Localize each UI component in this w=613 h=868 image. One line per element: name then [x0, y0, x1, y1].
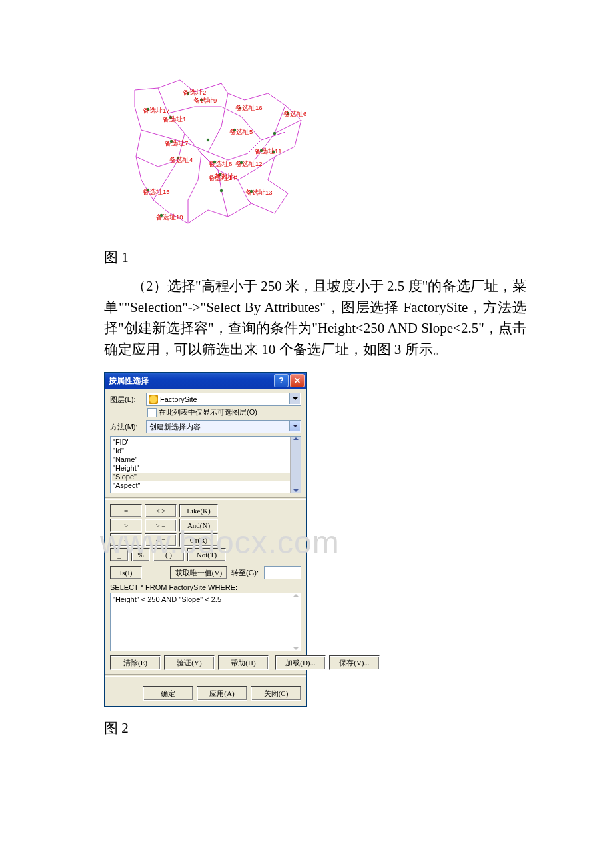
goto-label: 转至(G): [231, 568, 259, 578]
method-label: 方法(M): [110, 422, 146, 432]
apply-button[interactable]: 应用(A) [197, 686, 247, 701]
chevron-down-icon[interactable] [289, 393, 300, 404]
ok-button[interactable]: 确定 [143, 686, 193, 701]
verify-button[interactable]: 验证(Y) [164, 655, 215, 670]
op-or-button[interactable]: Or(R) [179, 533, 218, 547]
clear-button[interactable]: 清除(E) [110, 655, 161, 670]
get-unique-values-button[interactable]: 获取唯一值(V) [170, 566, 227, 579]
method-value: 创建新选择内容 [149, 422, 201, 432]
op-is-button[interactable]: Is(I) [110, 566, 142, 579]
map-site-label: 备选址14 [209, 174, 236, 183]
method-combobox[interactable]: 创建新选择内容 [146, 420, 301, 433]
layer-icon [149, 395, 158, 404]
field-item[interactable]: "FID" [112, 438, 299, 447]
chevron-down-icon[interactable] [289, 421, 300, 431]
scroll-down-icon[interactable] [293, 647, 299, 650]
close-button[interactable]: 关闭(C) [251, 686, 301, 701]
field-item[interactable]: "Id" [112, 447, 299, 455]
field-item[interactable]: "Height" [112, 464, 299, 473]
svg-point-19 [220, 189, 223, 192]
map-site-label: 备选址17 [143, 107, 170, 115]
paragraph-text: （2）选择"高程小于 250 米，且坡度小于 2.5 度"的备选厂址，菜单""S… [104, 276, 526, 360]
save-button[interactable]: 保存(V)... [329, 655, 380, 670]
only-selectable-label: 在此列表中仅显示可选图层(O) [159, 407, 257, 417]
scroll-down-icon[interactable] [293, 489, 299, 492]
fields-listbox[interactable]: "FID""Id""Name""Height""Slope""Aspect" [110, 436, 301, 493]
map-site-label: 备选址10 [156, 213, 183, 222]
map-site-label: 备选址5 [229, 128, 253, 137]
op-ge-button[interactable]: > = [145, 519, 177, 532]
select-from-label: SELECT * FROM FactorySite WHERE: [110, 583, 301, 591]
close-icon[interactable]: ✕ [290, 374, 305, 387]
op-like-button[interactable]: Like(K) [179, 504, 218, 517]
scrollbar[interactable] [290, 437, 301, 493]
svg-point-18 [273, 132, 276, 135]
map-site-label: 备选址6 [283, 110, 306, 119]
layer-label: 图层(L): [110, 395, 146, 405]
op-not-button[interactable]: Not(T) [187, 548, 226, 561]
dialog-title: 按属性选择 [109, 375, 149, 387]
only-selectable-checkbox[interactable] [147, 408, 157, 417]
map-site-label: 备选址7 [165, 139, 188, 148]
map-site-label: 备选址15 [143, 188, 170, 197]
op-lt-button[interactable]: < [110, 533, 142, 547]
map-site-label: 备选址16 [235, 104, 263, 113]
figure-2-caption: 图 2 [104, 719, 526, 737]
svg-point-17 [207, 139, 209, 141]
op-and-button[interactable]: And(N) [179, 519, 218, 532]
map-site-label: 备选址11 [255, 147, 282, 156]
goto-input[interactable] [264, 566, 301, 579]
map-site-label: 备选址8 [209, 160, 232, 169]
op-underscore-button[interactable]: _ [110, 548, 129, 561]
op-gt-button[interactable]: > [110, 519, 142, 532]
query-textbox[interactable]: "Height" < 250 AND "Slope" < 2.5 [110, 593, 301, 651]
load-button[interactable]: 加载(D)... [275, 655, 326, 670]
map-site-label: 备选址9 [193, 97, 217, 105]
layer-combobox[interactable]: FactorySite [146, 393, 301, 406]
help-icon[interactable]: ? [274, 374, 289, 387]
map-figure: 备选址1备选址2备选址3备选址4备选址5备选址6备选址7备选址8备选址9备选址1… [121, 67, 321, 240]
op-percent-button[interactable]: % [131, 548, 150, 561]
field-item[interactable]: "Slope" [112, 473, 299, 481]
layer-value: FactorySite [160, 395, 197, 403]
op-eq-button[interactable]: = [110, 504, 142, 517]
map-site-label: 备选址4 [169, 156, 193, 165]
help-button[interactable]: 帮助(H) [218, 655, 269, 670]
map-site-label: 备选址13 [245, 189, 273, 197]
dialog-titlebar[interactable]: 按属性选择 ? ✕ [105, 373, 306, 389]
scroll-up-icon[interactable] [293, 594, 299, 597]
figure-1-caption: 图 1 [104, 248, 526, 267]
map-site-label: 备选址1 [163, 115, 186, 124]
select-by-attributes-dialog: 按属性选择 ? ✕ 图层(L): FactorySite 在此列表中仅显示可选图… [104, 372, 307, 707]
field-item[interactable]: "Name" [112, 455, 299, 464]
op-le-button[interactable]: < = [145, 533, 177, 547]
map-site-label: 备选址12 [235, 160, 263, 169]
op-ne-button[interactable]: < > [145, 504, 177, 517]
field-item[interactable]: "Aspect" [112, 481, 299, 490]
op-paren-button[interactable]: ( ) [153, 548, 185, 561]
query-text: "Height" < 250 AND "Slope" < 2.5 [113, 595, 221, 603]
scrollbar[interactable] [291, 593, 301, 651]
scroll-up-icon[interactable] [293, 437, 299, 440]
map-network-icon [121, 67, 321, 240]
